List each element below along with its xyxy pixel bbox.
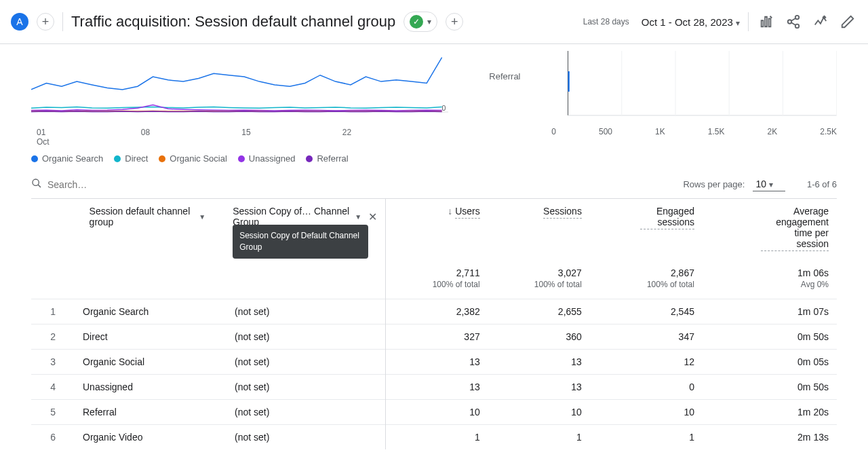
cell-avg: 0m 50s [703, 375, 837, 400]
legend-item[interactable]: Direct [114, 153, 148, 164]
cell-avg: 0m 05s [703, 350, 837, 375]
bar-chart: Referral 0 500 1K 1.5K 2K 2.5K [469, 44, 857, 170]
cell-sessions: 10 [488, 400, 590, 425]
edit-icon[interactable] [838, 12, 857, 31]
cell-avg: 2m 13s [703, 425, 837, 450]
cell-sessions: 13 [488, 350, 590, 375]
cell-users: 13 [386, 375, 488, 400]
divider [62, 12, 63, 31]
total-avg-engagement: 1m 06sAvg 0% [703, 258, 837, 299]
cell-sessions: 360 [488, 324, 590, 350]
cell-sessions: 1 [488, 425, 590, 450]
cell-dim1: Direct [83, 331, 218, 342]
cell-dim2: (not set) [235, 356, 269, 367]
sort-descending-icon: ↓ [448, 206, 452, 217]
cell-users: 2,382 [386, 299, 488, 324]
table-row[interactable]: 1Organic Search(not set)2,3822,6552,5451… [31, 299, 837, 324]
cell-dim2: (not set) [235, 432, 269, 443]
cell-dim2: (not set) [235, 331, 269, 342]
cell-avg: 1m 07s [703, 299, 837, 324]
rows-per-page-select[interactable]: 10 ▾ [753, 177, 785, 191]
table-controls: Rows per page: 10 ▾ 1-6 of 6 [11, 170, 857, 198]
legend-item[interactable]: Organic Social [159, 153, 227, 164]
add-filter-button[interactable]: + [446, 13, 463, 31]
legend-item[interactable]: Unassigned [238, 153, 296, 164]
insights-icon[interactable] [811, 12, 830, 31]
cell-engaged: 2,545 [590, 299, 703, 324]
cell-users: 13 [386, 350, 488, 375]
legend-item[interactable]: Referral [306, 153, 348, 164]
divider [748, 12, 749, 31]
cell-engaged: 1 [590, 425, 703, 450]
y-tick: 0 [442, 104, 446, 112]
pagination-info: 1-6 of 6 [807, 179, 837, 189]
total-sessions: 3,027100% of total [488, 258, 590, 299]
total-users: 2,711100% of total [386, 258, 488, 299]
cell-engaged: 0 [590, 375, 703, 400]
cell-dim1: Organic Search [83, 306, 218, 317]
chevron-down-icon: ▼ [355, 213, 361, 221]
legend-item[interactable]: Organic Search [31, 153, 103, 164]
dimension-tooltip: Session Copy of Default Channel Group [233, 225, 368, 259]
status-chip[interactable]: ✓ ▾ [403, 12, 437, 32]
rows-per-page-label: Rows per page: [683, 179, 745, 189]
table-row[interactable]: 5Referral(not set)1010101m 20s [31, 400, 837, 425]
add-comparison-button[interactable]: + [37, 13, 54, 31]
share-icon[interactable] [784, 12, 803, 31]
cell-dim2: (not set) [235, 407, 269, 417]
table-row[interactable]: 3Organic Social(not set)1313120m 05s [31, 350, 837, 375]
page-header: A + Traffic acquisition: Session default… [0, 0, 868, 44]
cell-users: 327 [386, 324, 488, 350]
cell-users: 10 [386, 400, 488, 425]
svg-point-3 [795, 16, 800, 20]
cell-dim1: Referral [83, 407, 218, 417]
data-table: Session default channel group ▼ Session … [31, 198, 837, 449]
svg-rect-2 [769, 18, 771, 26]
cell-dim2: (not set) [235, 306, 269, 317]
bar-chart-x-ticks: 0 500 1K 1.5K 2K 2.5K [489, 127, 837, 136]
chevron-down-icon: ▼ [199, 213, 205, 221]
check-icon: ✓ [410, 15, 423, 29]
svg-rect-1 [765, 17, 767, 27]
cell-dim2: (not set) [235, 382, 269, 392]
table-row[interactable]: 4Unassigned(not set)131300m 50s [31, 375, 837, 400]
cell-dim1: Organic Video [83, 432, 218, 443]
cell-sessions: 13 [488, 375, 590, 400]
svg-point-14 [33, 179, 39, 185]
column-header-engaged-sessions[interactable]: Engaged sessions [590, 199, 703, 258]
remove-secondary-dimension-button[interactable]: ✕ [368, 210, 377, 223]
cell-users: 1 [386, 425, 488, 450]
line-chart: 0 01 Oct 08 15 22 Organic Search Direct … [11, 44, 469, 170]
column-header-sessions[interactable]: Sessions [488, 199, 590, 258]
row-number: 1 [39, 306, 66, 317]
table-row[interactable]: 6Organic Video(not set)1112m 13s [31, 425, 837, 450]
row-number: 5 [39, 407, 66, 417]
column-header-users[interactable]: ↓Users [386, 199, 488, 258]
line-chart-x-ticks: 01 Oct 08 15 22 [31, 128, 448, 147]
primary-dimension-selector[interactable]: Session default channel group ▼ [90, 206, 206, 227]
total-engaged-sessions: 2,867100% of total [590, 258, 703, 299]
cell-engaged: 347 [590, 324, 703, 350]
customize-report-icon[interactable] [757, 12, 776, 31]
avatar[interactable]: A [11, 13, 28, 31]
cell-avg: 0m 50s [703, 324, 837, 350]
bar-referral[interactable] [568, 71, 570, 92]
row-number: 4 [39, 382, 66, 392]
chart-legend: Organic Search Direct Organic Social Una… [31, 153, 448, 164]
svg-point-4 [788, 20, 792, 24]
column-header-avg-engagement[interactable]: Average engagement time per session [703, 199, 837, 258]
chevron-down-icon: ▾ [736, 18, 740, 28]
row-number: 2 [39, 331, 66, 342]
svg-point-5 [795, 24, 800, 28]
cell-dim1: Unassigned [83, 382, 218, 392]
row-number: 6 [39, 432, 66, 443]
search-input[interactable] [47, 179, 183, 190]
cell-engaged: 12 [590, 350, 703, 375]
row-number: 3 [39, 356, 66, 367]
date-range-label: Last 28 days [583, 17, 629, 26]
date-range-picker[interactable]: Oct 1 - Oct 28, 2023 ▾ [642, 16, 740, 28]
cell-engaged: 10 [590, 400, 703, 425]
table-row[interactable]: 2Direct(not set)3273603470m 50s [31, 324, 837, 350]
cell-sessions: 2,655 [488, 299, 590, 324]
chevron-down-icon: ▾ [427, 17, 431, 26]
